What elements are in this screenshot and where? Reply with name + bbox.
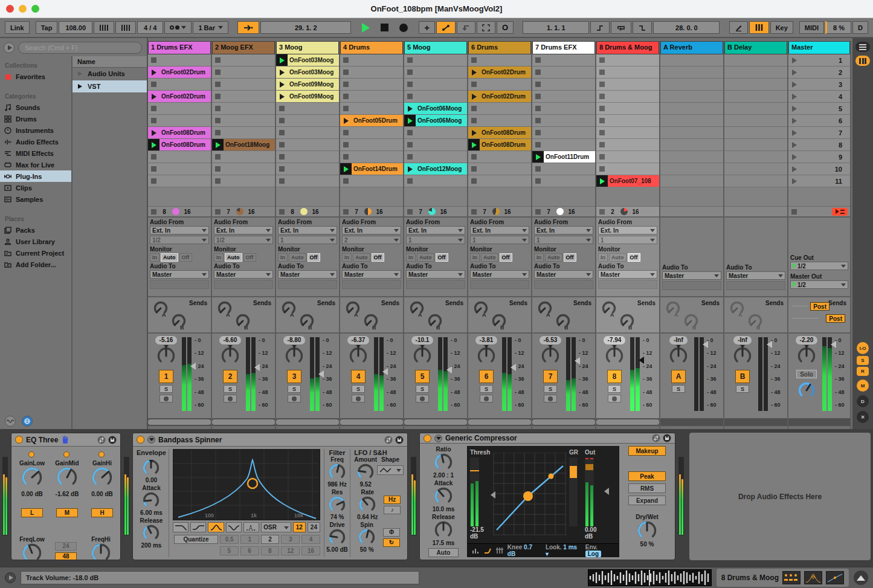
- track-activator-button[interactable]: 8: [607, 370, 622, 383]
- quantize-2-button[interactable]: 2: [261, 535, 280, 544]
- send-a-knob[interactable]: [217, 300, 233, 316]
- sidebar-item-user-library[interactable]: User Library: [0, 236, 71, 247]
- empty-clip-slot[interactable]: [276, 139, 339, 151]
- monitor-off-button[interactable]: Off: [564, 253, 576, 262]
- clip-play-icon[interactable]: [148, 66, 159, 78]
- send-a-knob[interactable]: [665, 300, 681, 316]
- save-preset-icon[interactable]: [663, 434, 671, 442]
- quantize-6-button[interactable]: 6: [240, 546, 259, 555]
- solo-button[interactable]: S: [608, 385, 621, 393]
- quantize-12-button[interactable]: 12: [281, 546, 300, 555]
- attack-value[interactable]: 10.0 ms: [424, 506, 463, 512]
- show-mixer-button[interactable]: M: [857, 380, 869, 392]
- clip-stop-icon[interactable]: [599, 209, 605, 215]
- show-hide-device-view-button[interactable]: [854, 570, 868, 585]
- clip-name[interactable]: OnFoot02Drum: [480, 91, 531, 102]
- device-thumbnail-compressor[interactable]: [826, 571, 844, 584]
- show-sends-button[interactable]: S: [857, 356, 869, 365]
- track-activator-button[interactable]: 7: [543, 370, 558, 383]
- sidebar-item-plug-ins[interactable]: Plug-Ins: [0, 170, 71, 182]
- attack-knob[interactable]: [434, 486, 453, 506]
- track-activator-button[interactable]: 6: [479, 370, 494, 383]
- pan-knob[interactable]: [156, 346, 176, 366]
- quantize-16-button[interactable]: 16: [301, 546, 320, 555]
- meter-marker-icon[interactable]: [575, 357, 580, 364]
- meter-marker-icon[interactable]: [382, 368, 388, 375]
- input-type-select[interactable]: Ext. In: [534, 226, 593, 234]
- empty-clip-slot[interactable]: [148, 163, 211, 175]
- clip-slot[interactable]: OnFoot08Drum: [468, 127, 531, 139]
- empty-clip-slot[interactable]: [212, 175, 275, 187]
- slope-24-button[interactable]: 24: [55, 542, 77, 551]
- clip-play-icon[interactable]: [532, 151, 544, 163]
- clip-slot[interactable]: OnFoot08Drum: [148, 139, 211, 151]
- horizontal-scrollbar[interactable]: [340, 418, 403, 426]
- selected-track-panel[interactable]: 8 Drums & Moog: [717, 569, 849, 587]
- sidebar-item-current-project[interactable]: Current Project: [0, 247, 71, 259]
- clip-slot[interactable]: OnFoot02Drum: [148, 91, 211, 103]
- clip-name[interactable]: OnFoot03Moog: [288, 54, 339, 66]
- sidebar-item-favorites[interactable]: Favorites: [0, 71, 71, 82]
- send-a-knob[interactable]: [473, 300, 489, 316]
- device-fold-icon[interactable]: [434, 435, 442, 442]
- time-signature-field[interactable]: 4 / 4: [137, 21, 163, 34]
- band-kill-button[interactable]: H: [91, 508, 113, 517]
- help-globe-icon[interactable]: [22, 416, 33, 427]
- clip-slot[interactable]: OnFoot07_108: [596, 175, 659, 187]
- show-returns-button[interactable]: R: [857, 367, 869, 376]
- horizontal-scrollbar[interactable]: [596, 418, 659, 426]
- empty-clip-slot[interactable]: [404, 127, 467, 139]
- clip-play-icon[interactable]: [596, 175, 608, 187]
- clip-play-icon[interactable]: [404, 115, 416, 126]
- filter-handle-icon[interactable]: [248, 479, 257, 488]
- input-type-select[interactable]: Ext. In: [470, 226, 529, 234]
- clip-name[interactable]: OnFoot02Drum: [480, 66, 531, 78]
- clip-slot[interactable]: OnFoot03Moog: [276, 66, 339, 79]
- pan-knob[interactable]: [477, 346, 496, 366]
- clip-slot[interactable]: OnFoot05Drum: [340, 115, 403, 127]
- track-header[interactable]: Master: [788, 41, 850, 54]
- send-a-pre-post-button[interactable]: Post: [810, 302, 830, 311]
- send-b-knob[interactable]: [427, 313, 443, 329]
- scene-slot[interactable]: 10: [788, 163, 850, 175]
- hot-swap-icon[interactable]: [384, 436, 393, 444]
- solo-button[interactable]: S: [672, 385, 685, 393]
- transfer-curve[interactable]: [493, 453, 567, 538]
- clip-name[interactable]: OnFoot09Moog: [288, 91, 339, 102]
- freqhi-knob[interactable]: [91, 543, 111, 560]
- clip-name[interactable]: OnFoot08Drum: [159, 127, 211, 138]
- clip-play-icon[interactable]: [276, 66, 288, 78]
- clip-overview-toggle[interactable]: [855, 42, 870, 52]
- device-thumbnail-eq[interactable]: [782, 571, 801, 584]
- gain-knob[interactable]: [91, 467, 113, 488]
- empty-clip-slot[interactable]: [340, 54, 403, 66]
- empty-clip-slot[interactable]: [596, 79, 659, 91]
- pan-knob[interactable]: [221, 346, 240, 366]
- volume-value[interactable]: -2.20: [796, 336, 818, 344]
- empty-clip-slot[interactable]: [212, 54, 275, 66]
- solo-button[interactable]: S: [352, 385, 365, 393]
- meter-marker-icon[interactable]: [446, 366, 452, 373]
- monitor-auto-button[interactable]: Auto: [545, 253, 562, 262]
- empty-clip-slot[interactable]: [532, 175, 595, 187]
- monitor-in-button[interactable]: In: [470, 253, 480, 262]
- tempo-field[interactable]: 108.00: [59, 21, 92, 34]
- quantize-0.5-button[interactable]: 0.5: [220, 535, 239, 544]
- gain-value[interactable]: -1.62 dB: [51, 491, 83, 497]
- clip-name[interactable]: OnFoot08Drum: [480, 127, 531, 138]
- send-b-knob[interactable]: [235, 313, 251, 329]
- empty-clip-slot[interactable]: [404, 151, 467, 163]
- automation-arm-button[interactable]: [436, 21, 456, 34]
- clip-stop-icon[interactable]: [407, 209, 413, 215]
- input-type-select[interactable]: Ext. In: [214, 226, 273, 234]
- send-b-knob[interactable]: [299, 313, 315, 329]
- monitor-auto-button[interactable]: Auto: [417, 253, 434, 262]
- rate-sync-button[interactable]: ♪: [384, 506, 401, 514]
- lookahead-value[interactable]: 1 ms: [563, 544, 577, 551]
- send-a-knob[interactable]: [537, 300, 553, 316]
- attack-knob[interactable]: [142, 491, 160, 509]
- poles-12-button[interactable]: 12: [293, 522, 306, 532]
- monitor-off-button[interactable]: Off: [372, 253, 384, 262]
- track-activator-button[interactable]: 4: [351, 370, 366, 383]
- horizontal-scrollbar[interactable]: [788, 418, 850, 426]
